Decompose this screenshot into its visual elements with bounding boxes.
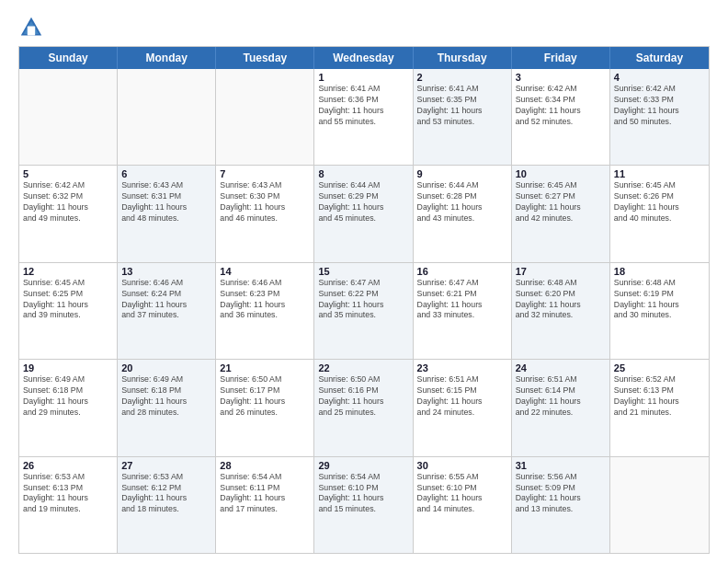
day-info: Sunrise: 6:50 AM Sunset: 6:16 PM Dayligh… (318, 374, 408, 419)
cal-cell-day-8: 8Sunrise: 6:44 AM Sunset: 6:29 PM Daylig… (314, 166, 413, 261)
header-day-friday: Friday (512, 47, 610, 69)
day-info: Sunrise: 6:52 AM Sunset: 6:13 PM Dayligh… (614, 374, 705, 419)
day-info: Sunrise: 6:45 AM Sunset: 6:27 PM Dayligh… (516, 180, 606, 224)
day-number: 23 (417, 362, 507, 373)
cal-cell-day-4: 4Sunrise: 6:42 AM Sunset: 6:33 PM Daylig… (610, 69, 709, 165)
day-info: Sunrise: 6:41 AM Sunset: 6:35 PM Dayligh… (417, 84, 507, 128)
day-number: 6 (121, 168, 211, 179)
day-number: 27 (121, 460, 211, 471)
day-number: 12 (23, 266, 113, 277)
cal-cell-day-3: 3Sunrise: 6:42 AM Sunset: 6:34 PM Daylig… (512, 69, 610, 165)
day-info: Sunrise: 6:43 AM Sunset: 6:30 PM Dayligh… (220, 180, 310, 224)
header-day-monday: Monday (118, 47, 216, 69)
calendar: SundayMondayTuesdayWednesdayThursdayFrid… (18, 46, 710, 554)
cal-row-1: 5Sunrise: 6:42 AM Sunset: 6:32 PM Daylig… (19, 165, 709, 261)
cal-cell-day-5: 5Sunrise: 6:42 AM Sunset: 6:32 PM Daylig… (19, 166, 118, 261)
cal-cell-day-6: 6Sunrise: 6:43 AM Sunset: 6:31 PM Daylig… (118, 166, 216, 261)
day-info: Sunrise: 5:56 AM Sunset: 5:09 PM Dayligh… (516, 472, 606, 516)
cal-cell-day-26: 26Sunrise: 6:53 AM Sunset: 6:13 PM Dayli… (19, 457, 118, 553)
cal-cell-day-29: 29Sunrise: 6:54 AM Sunset: 6:10 PM Dayli… (314, 457, 413, 553)
cal-cell-day-19: 19Sunrise: 6:49 AM Sunset: 6:18 PM Dayli… (19, 360, 118, 455)
day-number: 9 (417, 168, 507, 179)
day-number: 11 (614, 168, 705, 179)
day-info: Sunrise: 6:42 AM Sunset: 6:34 PM Dayligh… (516, 84, 606, 128)
day-number: 2 (417, 72, 507, 83)
cal-cell-day-15: 15Sunrise: 6:47 AM Sunset: 6:22 PM Dayli… (314, 263, 413, 359)
day-info: Sunrise: 6:44 AM Sunset: 6:29 PM Dayligh… (318, 180, 408, 224)
day-info: Sunrise: 6:49 AM Sunset: 6:18 PM Dayligh… (121, 374, 211, 419)
cal-cell-day-27: 27Sunrise: 6:53 AM Sunset: 6:12 PM Dayli… (118, 457, 216, 553)
cal-cell-empty (610, 457, 709, 553)
day-number: 5 (23, 168, 113, 179)
day-number: 20 (121, 362, 211, 373)
cal-cell-empty (216, 69, 314, 165)
day-info: Sunrise: 6:45 AM Sunset: 6:25 PM Dayligh… (23, 278, 113, 322)
day-number: 29 (318, 460, 408, 471)
day-number: 15 (318, 266, 408, 277)
day-number: 17 (516, 266, 606, 277)
calendar-header: SundayMondayTuesdayWednesdayThursdayFrid… (19, 47, 709, 69)
cal-cell-day-28: 28Sunrise: 6:54 AM Sunset: 6:11 PM Dayli… (216, 457, 314, 553)
day-number: 31 (516, 460, 606, 471)
day-info: Sunrise: 6:42 AM Sunset: 6:32 PM Dayligh… (23, 180, 113, 224)
day-number: 25 (614, 362, 705, 373)
day-number: 16 (417, 266, 507, 277)
cal-cell-day-20: 20Sunrise: 6:49 AM Sunset: 6:18 PM Dayli… (118, 360, 216, 455)
day-info: Sunrise: 6:44 AM Sunset: 6:28 PM Dayligh… (417, 180, 507, 224)
cal-cell-day-16: 16Sunrise: 6:47 AM Sunset: 6:21 PM Dayli… (414, 263, 512, 359)
day-info: Sunrise: 6:45 AM Sunset: 6:26 PM Dayligh… (614, 180, 705, 224)
cal-cell-day-7: 7Sunrise: 6:43 AM Sunset: 6:30 PM Daylig… (216, 166, 314, 261)
day-number: 3 (516, 72, 606, 83)
day-info: Sunrise: 6:54 AM Sunset: 6:11 PM Dayligh… (220, 472, 310, 516)
cal-cell-day-12: 12Sunrise: 6:45 AM Sunset: 6:25 PM Dayli… (19, 263, 118, 359)
cal-cell-day-9: 9Sunrise: 6:44 AM Sunset: 6:28 PM Daylig… (414, 166, 512, 261)
cal-cell-empty (118, 69, 216, 165)
cal-cell-day-14: 14Sunrise: 6:46 AM Sunset: 6:23 PM Dayli… (216, 263, 314, 359)
day-number: 7 (220, 168, 310, 179)
header (18, 15, 710, 40)
day-number: 26 (23, 460, 113, 471)
day-info: Sunrise: 6:55 AM Sunset: 6:10 PM Dayligh… (417, 472, 507, 516)
cal-cell-day-1: 1Sunrise: 6:41 AM Sunset: 6:36 PM Daylig… (314, 69, 413, 165)
day-info: Sunrise: 6:54 AM Sunset: 6:10 PM Dayligh… (318, 472, 408, 516)
day-info: Sunrise: 6:48 AM Sunset: 6:20 PM Dayligh… (516, 278, 606, 322)
cal-cell-empty (19, 69, 118, 165)
header-day-sunday: Sunday (19, 47, 118, 69)
day-number: 10 (516, 168, 606, 179)
cal-row-3: 19Sunrise: 6:49 AM Sunset: 6:18 PM Dayli… (19, 359, 709, 455)
svg-rect-2 (28, 27, 35, 36)
day-number: 30 (417, 460, 507, 471)
cal-cell-day-25: 25Sunrise: 6:52 AM Sunset: 6:13 PM Dayli… (610, 360, 709, 455)
day-info: Sunrise: 6:50 AM Sunset: 6:17 PM Dayligh… (220, 374, 310, 419)
cal-cell-day-17: 17Sunrise: 6:48 AM Sunset: 6:20 PM Dayli… (512, 263, 610, 359)
cal-cell-day-13: 13Sunrise: 6:46 AM Sunset: 6:24 PM Dayli… (118, 263, 216, 359)
day-info: Sunrise: 6:51 AM Sunset: 6:14 PM Dayligh… (516, 374, 606, 419)
day-number: 1 (318, 72, 408, 83)
cal-cell-day-22: 22Sunrise: 6:50 AM Sunset: 6:16 PM Dayli… (314, 360, 413, 455)
cal-row-0: 1Sunrise: 6:41 AM Sunset: 6:36 PM Daylig… (19, 69, 709, 165)
cal-cell-day-18: 18Sunrise: 6:48 AM Sunset: 6:19 PM Dayli… (610, 263, 709, 359)
day-number: 28 (220, 460, 310, 471)
cal-cell-day-23: 23Sunrise: 6:51 AM Sunset: 6:15 PM Dayli… (414, 360, 512, 455)
day-info: Sunrise: 6:53 AM Sunset: 6:13 PM Dayligh… (23, 472, 113, 516)
day-info: Sunrise: 6:49 AM Sunset: 6:18 PM Dayligh… (23, 374, 113, 419)
cal-row-2: 12Sunrise: 6:45 AM Sunset: 6:25 PM Dayli… (19, 262, 709, 359)
header-day-wednesday: Wednesday (314, 47, 413, 69)
cal-row-4: 26Sunrise: 6:53 AM Sunset: 6:13 PM Dayli… (19, 456, 709, 553)
day-number: 22 (318, 362, 408, 373)
day-number: 18 (614, 266, 705, 277)
cal-cell-day-2: 2Sunrise: 6:41 AM Sunset: 6:35 PM Daylig… (414, 69, 512, 165)
day-info: Sunrise: 6:47 AM Sunset: 6:21 PM Dayligh… (417, 278, 507, 322)
day-number: 19 (23, 362, 113, 373)
logo (18, 15, 48, 40)
cal-cell-day-24: 24Sunrise: 6:51 AM Sunset: 6:14 PM Dayli… (512, 360, 610, 455)
cal-cell-day-21: 21Sunrise: 6:50 AM Sunset: 6:17 PM Dayli… (216, 360, 314, 455)
header-day-thursday: Thursday (414, 47, 512, 69)
calendar-body: 1Sunrise: 6:41 AM Sunset: 6:36 PM Daylig… (19, 69, 709, 553)
header-day-saturday: Saturday (610, 47, 709, 69)
day-info: Sunrise: 6:48 AM Sunset: 6:19 PM Dayligh… (614, 278, 705, 322)
header-day-tuesday: Tuesday (216, 47, 314, 69)
day-info: Sunrise: 6:53 AM Sunset: 6:12 PM Dayligh… (121, 472, 211, 516)
day-info: Sunrise: 6:46 AM Sunset: 6:24 PM Dayligh… (121, 278, 211, 322)
cal-cell-day-10: 10Sunrise: 6:45 AM Sunset: 6:27 PM Dayli… (512, 166, 610, 261)
